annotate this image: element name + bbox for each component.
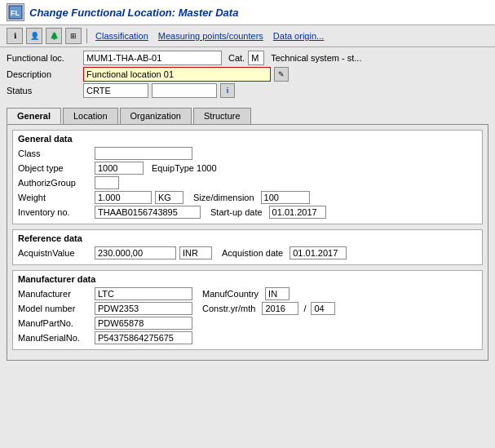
manufacturer-input[interactable] bbox=[95, 287, 192, 300]
status-label: Status bbox=[7, 86, 80, 95]
inventory-label: Inventory no. bbox=[18, 207, 91, 217]
acquisition-date-label: Acquistion date bbox=[222, 248, 283, 258]
acquistn-value-row: AcquistnValue Acquistion date bbox=[18, 246, 477, 259]
tabs-row: General Location Organization Structure bbox=[7, 108, 488, 124]
classification-link[interactable]: Classification bbox=[92, 31, 152, 41]
object-type-row: Object type EquipType 1000 bbox=[18, 162, 477, 175]
tree-toolbar-icon[interactable]: 🌲 bbox=[46, 28, 62, 44]
size-dim-input[interactable] bbox=[261, 191, 310, 204]
functional-loc-input[interactable] bbox=[83, 51, 222, 65]
tab-general[interactable]: General bbox=[7, 108, 61, 124]
toolbar-separator bbox=[86, 29, 87, 43]
data-origin-link[interactable]: Data origin... bbox=[270, 31, 327, 41]
cat-input[interactable] bbox=[248, 51, 264, 65]
cat-desc: Technical system - st... bbox=[271, 53, 361, 63]
manufacturer-label: Manufacturer bbox=[18, 289, 91, 299]
inventory-row: Inventory no. Start-up date bbox=[18, 206, 477, 219]
manuf-country-label: ManufCountry bbox=[202, 289, 259, 299]
size-dim-label: Size/dimension bbox=[193, 193, 254, 202]
title-bar: FL Change Functional Location: Master Da… bbox=[0, 0, 495, 25]
acquisition-date-input[interactable] bbox=[289, 246, 347, 259]
manufacturer-data-section: Manufacturer data Manufacturer ManufCoun… bbox=[12, 270, 483, 350]
manufacturer-data-title: Manufacturer data bbox=[18, 274, 477, 284]
acquistn-value-input[interactable] bbox=[95, 246, 176, 259]
functional-loc-label: Functional loc. bbox=[7, 53, 80, 63]
general-data-title: General data bbox=[18, 134, 477, 144]
toolbar: ℹ 👤 🌲 ⊞ Classification Measuring points/… bbox=[0, 25, 495, 47]
person-toolbar-icon[interactable]: 👤 bbox=[26, 28, 42, 44]
weight-row: Weight Size/dimension bbox=[18, 191, 477, 204]
reference-data-section: Reference data AcquistnValue Acquistion … bbox=[12, 229, 483, 265]
functional-loc-row: Functional loc. Cat. Technical system - … bbox=[7, 51, 488, 65]
weight-unit-input[interactable] bbox=[155, 191, 183, 204]
status-input[interactable] bbox=[83, 83, 148, 98]
form-area: Functional loc. Cat. Technical system - … bbox=[0, 47, 495, 103]
manuf-serial-label: ManufSerialNo. bbox=[18, 333, 91, 343]
tab-content: General data Class Object type EquipType… bbox=[7, 124, 488, 361]
model-number-row: Model number Constr.yr/mth / bbox=[18, 302, 477, 315]
authoriz-group-label: AuthorizGroup bbox=[18, 178, 91, 188]
manuf-serial-input[interactable] bbox=[95, 331, 192, 344]
description-row: Description ✎ bbox=[7, 67, 488, 82]
page-title: Change Functional Location: Master Data bbox=[29, 7, 238, 19]
general-data-section: General data Class Object type EquipType… bbox=[12, 130, 483, 224]
weight-label: Weight bbox=[18, 193, 91, 202]
svg-text:FL: FL bbox=[11, 9, 20, 17]
description-label: Description bbox=[7, 69, 80, 79]
tab-structure[interactable]: Structure bbox=[193, 108, 251, 124]
tab-organization[interactable]: Organization bbox=[120, 108, 192, 124]
acquistn-unit-input[interactable] bbox=[179, 246, 212, 259]
measuring-points-link[interactable]: Measuring points/counters bbox=[155, 31, 267, 41]
model-number-input[interactable] bbox=[95, 302, 192, 315]
constr-yr-input[interactable] bbox=[262, 302, 298, 315]
cat-label: Cat. bbox=[228, 53, 245, 63]
tab-location[interactable]: Location bbox=[63, 108, 118, 124]
class-row: Class bbox=[18, 147, 477, 160]
object-type-input[interactable] bbox=[95, 162, 144, 175]
manuf-country-input[interactable] bbox=[265, 287, 289, 300]
object-type-desc: EquipType 1000 bbox=[152, 163, 217, 173]
manuf-part-input[interactable] bbox=[95, 317, 192, 330]
constr-yr-mth-label: Constr.yr/mth bbox=[202, 304, 255, 313]
authoriz-group-row: AuthorizGroup bbox=[18, 176, 477, 189]
model-number-label: Model number bbox=[18, 304, 91, 313]
constr-mth-input[interactable] bbox=[311, 302, 335, 315]
grid-toolbar-icon[interactable]: ⊞ bbox=[65, 28, 82, 44]
weight-input[interactable] bbox=[95, 191, 152, 204]
manuf-part-label: ManufPartNo. bbox=[18, 318, 91, 328]
reference-data-title: Reference data bbox=[18, 233, 477, 243]
info-toolbar-icon[interactable]: ℹ bbox=[7, 28, 23, 44]
startup-date-input[interactable] bbox=[269, 206, 326, 219]
authoriz-group-input[interactable] bbox=[95, 176, 119, 189]
app-icon: FL bbox=[7, 3, 24, 21]
class-label: Class bbox=[18, 149, 91, 158]
manuf-serial-row: ManufSerialNo. bbox=[18, 331, 477, 344]
status-row: Status i bbox=[7, 83, 488, 98]
class-input[interactable] bbox=[95, 147, 192, 160]
acquistn-value-label: AcquistnValue bbox=[18, 248, 91, 258]
status-input2[interactable] bbox=[152, 83, 217, 98]
edit-icon[interactable]: ✎ bbox=[274, 67, 289, 82]
object-type-label: Object type bbox=[18, 163, 91, 173]
description-input[interactable] bbox=[83, 67, 271, 82]
manufacturer-row: Manufacturer ManufCountry bbox=[18, 287, 477, 300]
startup-date-label: Start-up date bbox=[210, 207, 263, 217]
manuf-part-row: ManufPartNo. bbox=[18, 317, 477, 330]
inventory-input[interactable] bbox=[95, 206, 201, 219]
status-info-icon[interactable]: i bbox=[220, 83, 235, 98]
constr-separator: / bbox=[303, 304, 306, 313]
